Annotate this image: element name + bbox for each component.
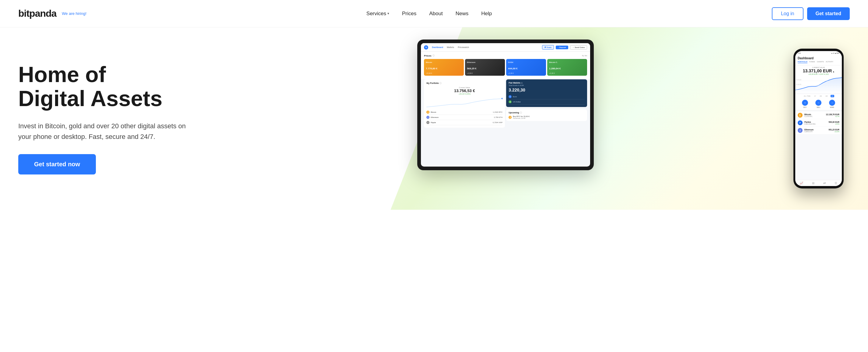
tf-1d[interactable]: 1D xyxy=(831,95,834,97)
phone-screen: 2:19 ▲ ▼ ■ 59% Dashboard PORTFOLIO FUNDS… xyxy=(795,51,842,186)
phone-mockup: 2:19 ▲ ▼ ■ 59% Dashboard PORTFOLIO FUNDS… xyxy=(794,49,844,188)
phone-chart: 13.371,00 13.341,00 xyxy=(795,76,842,93)
tablet-nav-wallets: Wallets xyxy=(447,46,454,48)
price-card-bitcoin-cash: Bitcoin C. 1.280,04 € +0,30 € xyxy=(547,59,587,76)
price-card-bitcoin: Bitcoin 7.770,80 € -23,96 € xyxy=(424,59,464,76)
hero-title: Home of Digital Assets xyxy=(18,63,417,111)
phone-nav-list[interactable]: ☰ xyxy=(835,181,837,185)
get-started-button[interactable]: Get started xyxy=(807,7,850,20)
tf-1y[interactable]: 1Y xyxy=(813,95,817,97)
header: bitpanda We are hiring! Services ▾ Price… xyxy=(0,0,868,27)
tf-1m[interactable]: 1M xyxy=(819,95,823,97)
tablet-screen: b Dashboard Wallets Pricewatch ⇄ Trade ↓… xyxy=(421,43,590,167)
tablet-mockup: b Dashboard Wallets Pricewatch ⇄ Trade ↓… xyxy=(417,39,594,170)
phone-tab-activity[interactable]: ACTIVITY xyxy=(826,61,833,63)
phone-tabs: PORTFOLIO FUNDS CHARTS ACTIVITY xyxy=(798,61,839,63)
nav-news[interactable]: News xyxy=(451,8,473,19)
tablet-logo: b xyxy=(424,45,428,49)
nav-services-label: Services xyxy=(366,11,386,17)
tf-1w[interactable]: 1W xyxy=(825,95,829,97)
price-card-dash: DASH 444,00 € +2,30 € xyxy=(506,59,546,76)
hero-section: Home of Digital Assets Invest in Bitcoin… xyxy=(0,27,868,210)
tf-alltime[interactable]: ALL TIME xyxy=(803,95,811,97)
hero-subtitle: Invest in Bitcoin, gold and over 20 othe… xyxy=(18,121,189,142)
phone-statusbar: 2:19 ▲ ▼ ■ 59% xyxy=(795,51,842,55)
phone-portfolio-value: CURRENT VALUE 13.371,00 EUR ▴ +20,00 EUR… xyxy=(795,65,842,76)
fiat-row-usd: $ US Dollar xyxy=(508,99,585,105)
upcoming-item: ₿ Buy BTC for 15,00 € Tomorrow, 12:00 xyxy=(508,115,585,119)
hero-cta-button[interactable]: Get started now xyxy=(18,154,96,174)
prices-label: Prices ⓘ 5y 3m xyxy=(424,54,587,57)
phone-send-button[interactable]: → SEND xyxy=(829,100,835,108)
login-button[interactable]: Log in xyxy=(772,7,804,20)
phone-asset-list: ₿ Bitcoin 0,1378 BTC 12.138,76 EUR +0,7%… xyxy=(795,110,842,180)
nav-prices-label: Prices xyxy=(402,11,416,17)
phone-actions: + BUY − SELL → SEND xyxy=(795,98,842,110)
nav-about[interactable]: About xyxy=(424,8,447,19)
logo-text: bitpanda xyxy=(18,8,56,19)
prices-grid: Bitcoin 7.770,80 € -23,96 € Ethereum 569… xyxy=(424,59,587,76)
hero-title-line1: Home of xyxy=(18,62,106,86)
header-buttons: Log in Get started xyxy=(772,7,850,20)
logo: bitpanda xyxy=(18,8,56,19)
nav-help[interactable]: Help xyxy=(476,8,497,19)
send-coins-button[interactable]: → Send Coins xyxy=(570,45,587,49)
phone-nav-grid[interactable]: ⊞ xyxy=(812,181,814,185)
phone-app-title: Dashboard xyxy=(798,57,839,60)
hero-title-line2: Digital Assets xyxy=(18,86,162,111)
phone-bottom-nav: 📈 ⊞ ⇄ ☰ xyxy=(795,180,842,186)
nav-news-label: News xyxy=(456,11,469,17)
svg-text:13.371,00: 13.371,00 xyxy=(796,79,802,80)
nav-services[interactable]: Services ▾ xyxy=(362,8,394,19)
asset-row-btc: ₿ Bitcoin 1,1522 BTC xyxy=(426,110,502,115)
phone-buy-button[interactable]: + BUY xyxy=(802,100,808,108)
phone-nav-swap[interactable]: ⇄ xyxy=(823,181,826,185)
tablet-bottom-grid: My Portfolio ⓘ Current Value 13.756,53 €… xyxy=(421,79,590,130)
portfolio-assets: ₿ Bitcoin 1,1522 BTC Ξ Ethereum 2,759 ET… xyxy=(426,110,502,125)
chevron-down-icon: ▾ xyxy=(388,11,389,15)
phone-asset-pantos[interactable]: P Pantos 6.891,9118 PAN 500,00 EUR +0,0% xyxy=(795,119,842,127)
tablet-nav-pricewatch: Pricewatch xyxy=(458,46,469,48)
phone-sell-button[interactable]: − SELL xyxy=(815,100,822,108)
tablet-prices-section: Prices ⓘ 5y 3m Bitcoin 7.770,80 € -23,96… xyxy=(421,52,590,79)
header-left: bitpanda We are hiring! xyxy=(18,8,87,19)
price-card-ethereum: Ethereum 569,25 € +4,50 € xyxy=(465,59,505,76)
hero-devices: b Dashboard Wallets Pricewatch ⇄ Trade ↓… xyxy=(417,39,850,198)
asset-row-eth: Ξ Ethereum 2,759 ETH xyxy=(426,115,502,120)
phone-asset-bitcoin[interactable]: ₿ Bitcoin 0,1378 BTC 12.138,76 EUR +0,7% xyxy=(795,112,842,119)
portfolio-card: My Portfolio ⓘ Current Value 13.756,53 €… xyxy=(424,79,505,128)
phone-tab-portfolio[interactable]: PORTFOLIO xyxy=(798,61,807,63)
svg-text:13.341,00: 13.341,00 xyxy=(796,83,802,85)
phone-nav-chart[interactable]: 📈 xyxy=(800,181,803,185)
portfolio-chart xyxy=(426,98,502,108)
phone-asset-ethereum[interactable]: Ξ Ethereum 0,6843 ETH 951,23 EUR +10,9% xyxy=(795,127,842,134)
fiat-row-eur: € Euro xyxy=(508,94,585,99)
phone-tab-charts[interactable]: CHARTS xyxy=(817,61,824,63)
nav-about-label: About xyxy=(429,11,442,17)
upcoming-card: Upcoming ⓘ ₿ Buy BTC for 15,00 € Tomorro… xyxy=(506,109,587,121)
trade-button[interactable]: ⇄ Trade xyxy=(542,45,554,49)
nav-help-label: Help xyxy=(481,11,492,17)
asset-row-xrp: ✕ Ripple 0,7594 XRP xyxy=(426,120,502,125)
nav-prices[interactable]: Prices xyxy=(397,8,421,19)
fiat-wallets-card: Fiat Wallets ⓘ Total funds in EUR 3.220,… xyxy=(506,79,587,107)
svg-point-0 xyxy=(502,98,502,99)
deposit-button[interactable]: ↓ Deposit xyxy=(556,45,568,49)
hiring-badge[interactable]: We are hiring! xyxy=(62,11,87,16)
tablet-topbar-right: ⇄ Trade ↓ Deposit → Send Coins xyxy=(542,45,587,49)
tablet-topbar: b Dashboard Wallets Pricewatch ⇄ Trade ↓… xyxy=(421,43,590,52)
tablet-nav-dashboard: Dashboard xyxy=(432,46,443,48)
main-nav: Services ▾ Prices About News Help xyxy=(362,8,497,19)
hero-left: Home of Digital Assets Invest in Bitcoin… xyxy=(18,63,417,174)
phone-timefilters: ALL TIME 1Y 1M 1W 1D xyxy=(795,94,842,98)
phone-tab-funds[interactable]: FUNDS xyxy=(809,61,815,63)
phone-app-header: Dashboard PORTFOLIO FUNDS CHARTS ACTIVIT… xyxy=(795,55,842,65)
